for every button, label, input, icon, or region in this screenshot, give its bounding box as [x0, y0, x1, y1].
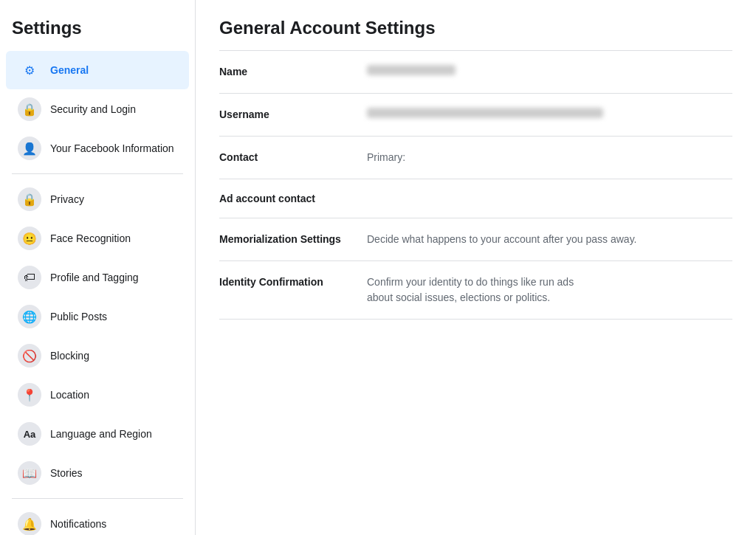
public-posts-icon: 🌐 — [18, 305, 41, 328]
sidebar-item-security[interactable]: 🔒 Security and Login — [6, 90, 189, 128]
sidebar-item-label: Language and Region — [50, 428, 152, 440]
sidebar-item-label: Public Posts — [50, 311, 107, 322]
divider-2 — [12, 498, 183, 499]
notifications-icon: 🔔 — [18, 512, 41, 535]
sidebar-item-label: Privacy — [50, 193, 84, 205]
sidebar-item-profile-tagging[interactable]: 🏷 Profile and Tagging — [6, 258, 189, 297]
sidebar-item-location[interactable]: 📍 Location — [6, 376, 189, 414]
facebook-info-icon: 👤 — [18, 137, 41, 160]
contact-value: Primary: — [367, 150, 732, 165]
sidebar-item-blocking[interactable]: 🚫 Blocking — [6, 336, 189, 375]
name-redacted — [367, 65, 456, 75]
sidebar-item-label: Location — [50, 389, 89, 401]
sidebar-item-facebook-info[interactable]: 👤 Your Facebook Information — [6, 129, 189, 168]
divider-1 — [12, 173, 183, 174]
name-value — [367, 64, 732, 80]
page-title: General Account Settings — [219, 18, 732, 38]
security-icon: 🔒 — [18, 97, 41, 121]
profile-tagging-icon: 🏷 — [18, 266, 41, 289]
settings-row-identity: Identity Confirmation Confirm your ident… — [219, 261, 732, 320]
general-icon: ⚙ — [18, 58, 41, 82]
memorialization-label: Memorialization Settings — [219, 232, 367, 245]
sidebar-item-label: Blocking — [50, 350, 89, 362]
identity-label: Identity Confirmation — [219, 275, 367, 288]
contact-label: Contact — [219, 150, 367, 163]
sidebar-item-label: Notifications — [50, 518, 106, 530]
settings-row-name: Name — [219, 51, 732, 94]
username-redacted — [367, 108, 603, 118]
settings-row-username: Username — [219, 94, 732, 137]
sidebar-item-label: Face Recognition — [50, 232, 131, 244]
sidebar-title: Settings — [0, 12, 195, 50]
ad-account-contact-label: Ad account contact — [219, 193, 732, 204]
main-content: General Account Settings Name Username C… — [196, 0, 756, 535]
memorialization-value: Decide what happens to your account afte… — [367, 232, 732, 247]
sidebar-item-privacy[interactable]: 🔒 Privacy — [6, 180, 189, 218]
username-value — [367, 107, 732, 122]
name-label: Name — [219, 64, 367, 77]
language-icon: Aa — [18, 422, 41, 446]
settings-row-memorialization: Memorialization Settings Decide what hap… — [219, 218, 732, 261]
sidebar-item-label: Stories — [50, 467, 83, 479]
ad-account-contact-row: Ad account contact — [219, 179, 732, 218]
sidebar-item-face-recognition[interactable]: 😐 Face Recognition — [6, 219, 189, 258]
location-icon: 📍 — [18, 383, 41, 407]
privacy-icon: 🔒 — [18, 187, 41, 211]
sidebar-item-stories[interactable]: 📖 Stories — [6, 454, 189, 492]
sidebar-item-language-region[interactable]: Aa Language and Region — [6, 415, 189, 453]
sidebar-item-general[interactable]: ⚙ General — [6, 51, 189, 89]
sidebar-item-notifications[interactable]: 🔔 Notifications — [6, 505, 189, 535]
sidebar-item-label: General — [50, 64, 89, 76]
identity-value: Confirm your identity to do things like … — [367, 275, 732, 306]
stories-icon: 📖 — [18, 461, 41, 485]
sidebar: Settings ⚙ General 🔒 Security and Login … — [0, 0, 196, 535]
sidebar-item-label: Your Facebook Information — [50, 142, 174, 154]
sidebar-item-label: Profile and Tagging — [50, 272, 139, 283]
blocking-icon: 🚫 — [18, 344, 41, 367]
face-recognition-icon: 😐 — [18, 227, 41, 250]
sidebar-item-label: Security and Login — [50, 103, 136, 115]
username-label: Username — [219, 107, 367, 120]
sidebar-item-public-posts[interactable]: 🌐 Public Posts — [6, 297, 189, 336]
settings-row-contact: Contact Primary: — [219, 137, 732, 179]
